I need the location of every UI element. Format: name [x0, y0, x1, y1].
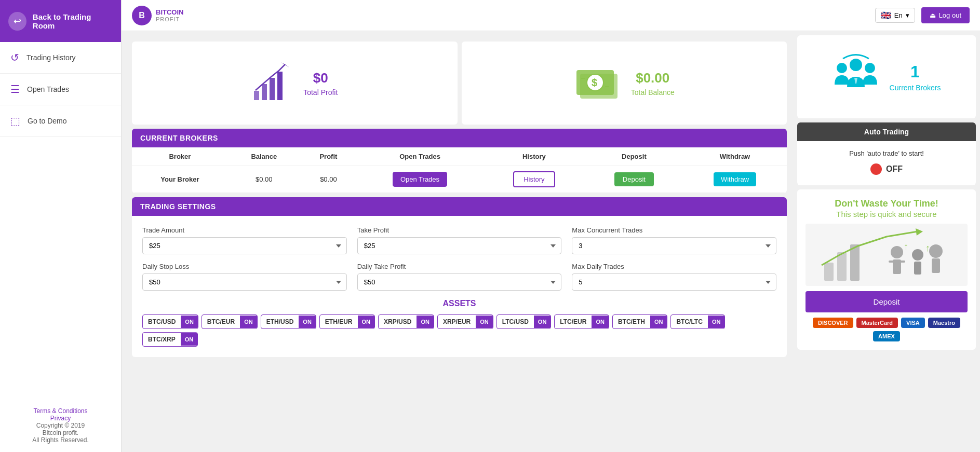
daily-stop-loss-field: Daily Stop Loss $50$100$200	[142, 263, 347, 291]
daily-take-profit-select[interactable]: $50$100$200	[357, 273, 562, 291]
trade-amount-field: Trade Amount $25$50$100$200	[142, 226, 347, 254]
daily-stop-loss-select[interactable]: $50$100$200	[142, 273, 347, 291]
assets-grid: BTC/USD ON BTC/EUR ON ETH/USD ON ETH/EUR…	[142, 314, 776, 347]
sidebar-item-trading-history[interactable]: ↺ Trading History	[0, 42, 121, 74]
broker-open-trades-cell: Open Trades	[357, 166, 483, 193]
brokers-section-header: CURRENT BROKERS	[132, 129, 787, 147]
deposit-button[interactable]: Deposit	[614, 172, 654, 186]
sidebar-item-label: Go to Demo	[28, 117, 66, 125]
col-profit: Profit	[300, 147, 357, 166]
svg-point-12	[865, 63, 875, 73]
col-balance: Balance	[228, 147, 300, 166]
max-concurrent-select[interactable]: 1235	[572, 237, 776, 254]
auto-trading-card: Auto Trading Push 'auto trade' to start!…	[797, 122, 976, 185]
svg-marker-18	[916, 228, 923, 236]
topbar-right: 🇬🇧 En ▾ ⏏ Log out	[875, 7, 970, 23]
asset-toggle[interactable]: ON	[181, 333, 198, 346]
asset-toggle[interactable]: ON	[417, 316, 434, 328]
sidebar-item-open-trades[interactable]: ☰ Open Trades	[0, 74, 121, 105]
asset-name: LTC/USD	[497, 315, 534, 328]
total-profit-card: $0 Total Profit	[132, 42, 458, 125]
sidebar-item-go-to-demo[interactable]: ⬚ Go to Demo	[0, 105, 121, 137]
logo: B BITCOIN PROFIT	[132, 6, 183, 25]
asset-item: BTC/EUR ON	[202, 314, 258, 329]
balance-icon: $	[574, 60, 621, 106]
deposit-button-promo[interactable]: Deposit	[806, 291, 968, 312]
svg-text:↑: ↑	[925, 243, 930, 253]
svg-rect-1	[262, 84, 267, 100]
asset-name: XRP/EUR	[438, 315, 476, 328]
brokers-count-text: 1 Current Brokers	[890, 62, 941, 92]
logo-letter: B	[139, 11, 145, 20]
take-profit-select[interactable]: $25$50$100	[357, 237, 562, 254]
copyright-text: Copyright © 2019	[36, 422, 85, 429]
brokers-count-label: Current Brokers	[890, 84, 941, 92]
sidebar-item-label: Open Trades	[27, 85, 69, 93]
mastercard-icon: MasterCard	[856, 318, 898, 328]
asset-item: XRP/EUR ON	[437, 314, 493, 329]
svg-rect-22	[900, 261, 905, 263]
settings-row-1: Trade Amount $25$50$100$200 Take Profit …	[142, 226, 776, 254]
asset-toggle[interactable]: ON	[476, 316, 493, 328]
asset-toggle[interactable]: ON	[534, 316, 551, 328]
language-selector[interactable]: 🇬🇧 En ▾	[875, 8, 915, 23]
brokers-count-card: 1 Current Brokers	[797, 35, 976, 118]
toggle-dot	[870, 163, 882, 175]
trade-amount-select[interactable]: $25$50$100$200	[142, 237, 347, 254]
asset-name: ETH/EUR	[320, 315, 358, 328]
back-to-trading-room[interactable]: ↩ Back to Trading Room	[0, 0, 121, 42]
svg-rect-16	[837, 252, 847, 281]
asset-toggle[interactable]: ON	[181, 316, 198, 328]
asset-item: ETH/USD ON	[261, 314, 316, 329]
trade-amount-label: Trade Amount	[142, 226, 347, 234]
logo-icon: B	[132, 6, 152, 25]
asset-toggle[interactable]: ON	[650, 316, 667, 328]
svg-rect-26	[932, 258, 940, 273]
max-daily-trades-select[interactable]: 51015	[572, 273, 776, 291]
sidebar: ↩ Back to Trading Room ↺ Trading History…	[0, 0, 122, 452]
amex-icon: AMEX	[873, 331, 900, 341]
sidebar-item-label: Trading History	[26, 53, 75, 62]
chevron-down-icon: ▾	[906, 11, 909, 19]
privacy-link[interactable]: Privacy	[50, 415, 71, 422]
asset-toggle[interactable]: ON	[592, 316, 609, 328]
topbar: B BITCOIN PROFIT 🇬🇧 En ▾ ⏏ Log out	[122, 0, 980, 31]
assets-header: ASSETS	[142, 299, 776, 308]
stats-row: $0 Total Profit $ $0.00	[126, 35, 793, 129]
broker-history-cell: History	[483, 166, 585, 193]
maestro-icon: Maestro	[928, 318, 960, 328]
promo-subtitle: This step is quick and secure	[806, 210, 968, 218]
promo-svg: ↑ ↑	[814, 226, 959, 283]
brokers-table: Broker Balance Profit Open Trades Histor…	[132, 147, 787, 193]
terms-link[interactable]: Terms & Conditions	[33, 407, 87, 415]
main-content: B BITCOIN PROFIT 🇬🇧 En ▾ ⏏ Log out	[122, 0, 980, 452]
asset-name: XRP/USD	[379, 315, 417, 328]
profit-text: $0 Total Profit	[303, 70, 338, 97]
logo-text: BITCOIN PROFIT	[156, 8, 183, 22]
profit-chart-icon	[251, 62, 293, 104]
toggle-status: OFF	[886, 165, 903, 174]
asset-name: BTC/EUR	[202, 315, 240, 328]
asset-name: BTC/USD	[143, 315, 181, 328]
take-profit-field: Take Profit $25$50$100	[357, 226, 562, 254]
svg-text:$: $	[592, 77, 597, 88]
asset-item: ETH/EUR ON	[319, 314, 375, 329]
asset-item: XRP/USD ON	[378, 314, 434, 329]
asset-toggle[interactable]: ON	[358, 316, 375, 328]
auto-trading-description: Push 'auto trade' to start!	[806, 149, 968, 157]
withdraw-button[interactable]: Withdraw	[714, 172, 756, 186]
logout-button[interactable]: ⏏ Log out	[921, 7, 970, 23]
demo-icon: ⬚	[10, 115, 20, 127]
asset-toggle[interactable]: ON	[299, 316, 316, 328]
auto-trading-toggle[interactable]: OFF	[870, 163, 903, 175]
rights-text: All Rights Reserved.	[32, 436, 89, 444]
asset-toggle[interactable]: ON	[240, 316, 257, 328]
open-trades-button[interactable]: Open Trades	[393, 172, 447, 187]
col-broker: Broker	[132, 147, 228, 166]
asset-name: BTC/ETH	[613, 315, 650, 328]
history-button[interactable]: History	[513, 171, 555, 187]
asset-item: BTC/ETH ON	[612, 314, 668, 329]
asset-toggle[interactable]: ON	[708, 316, 725, 328]
max-daily-trades-field: Max Daily Trades 51015	[572, 263, 776, 291]
col-history: History	[483, 147, 585, 166]
